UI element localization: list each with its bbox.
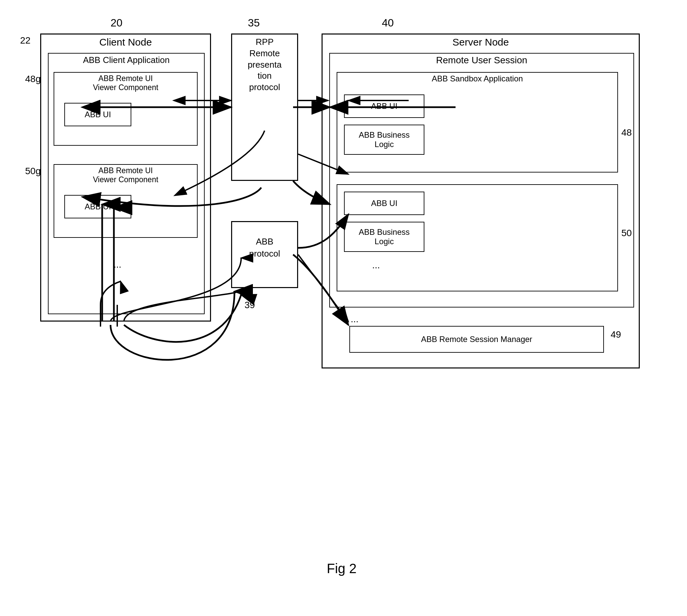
label-48g: 48g — [25, 74, 41, 84]
label-49: 49 — [611, 329, 621, 340]
remote-user-session-title: Remote User Session — [330, 53, 634, 67]
viewer2-ui-label: ABB UI — [84, 201, 112, 213]
rpp-title: RPPRemotepresentationprotocol — [232, 35, 297, 95]
abb-protocol-title: ABBprotocol — [232, 222, 297, 262]
sandbox50-logic-box: ABB BusinessLogic — [344, 222, 424, 252]
viewer1-ui-box: ABB UI — [64, 103, 131, 126]
client-dots: ... — [112, 258, 123, 271]
label-50g: 50g — [25, 166, 41, 177]
server-node-box: Server Node Remote User Session ABB Sand… — [322, 34, 640, 369]
server-node-title: Server Node — [323, 35, 639, 50]
label-35: 35 — [248, 17, 260, 29]
diagram-container: 20 35 40 Client Node ABB Client Applicat… — [20, 14, 663, 583]
rpp-node-box: RPPRemotepresentationprotocol — [231, 34, 298, 181]
client-app-title: ABB Client Application — [49, 53, 204, 67]
sandbox48-title: ABB Sandbox Application — [337, 73, 617, 85]
session-manager-label: ABB Remote Session Manager — [420, 333, 533, 345]
sandbox50-ui-label: ABB UI — [371, 197, 398, 210]
sandbox50-box: ABB UI ABB BusinessLogic ... — [337, 184, 618, 291]
viewer2-title: ABB Remote UIViewer Component — [54, 165, 197, 185]
abb-protocol-box: ABBprotocol — [231, 221, 298, 288]
fig-caption: Fig 2 — [327, 561, 357, 576]
viewer1-title: ABB Remote UIViewer Component — [54, 73, 197, 93]
sandbox50-ui-box: ABB UI — [344, 192, 424, 215]
viewer2-box: ABB Remote UIViewer Component ABB UI — [53, 164, 198, 238]
remote-user-session-box: Remote User Session ABB Sandbox Applicat… — [329, 53, 634, 308]
sandbox48-ui-box: ABB UI — [344, 94, 424, 118]
sandbox48-box: ABB Sandbox Application ABB UI ABB Busin… — [337, 72, 618, 173]
session-manager-box: ABB Remote Session Manager — [349, 326, 604, 353]
viewer1-box: ABB Remote UIViewer Component ABB UI — [53, 72, 198, 146]
client-app-box: ABB Client Application 22 ABB Remote UIV… — [48, 53, 205, 314]
server-dots: ... — [349, 312, 360, 326]
sandbox48-logic-box: ABB BusinessLogic — [344, 125, 424, 155]
label-20: 20 — [111, 17, 123, 29]
client-node-title: Client Node — [41, 35, 210, 50]
label-22: 22 — [20, 35, 30, 46]
viewer2-ui-box: ABB UI — [64, 195, 131, 218]
label-39: 39 — [245, 300, 255, 310]
label-48: 48 — [621, 127, 632, 138]
label-40: 40 — [382, 17, 394, 29]
client-node-box: Client Node ABB Client Application 22 AB… — [40, 34, 211, 322]
label-50: 50 — [621, 228, 632, 239]
sandbox50-dots: ... — [371, 259, 381, 272]
sandbox50-logic-label: ABB BusinessLogic — [358, 226, 410, 247]
viewer1-ui-label: ABB UI — [84, 109, 112, 120]
sandbox48-logic-label: ABB BusinessLogic — [358, 129, 410, 150]
sandbox48-ui-label: ABB UI — [371, 100, 398, 112]
